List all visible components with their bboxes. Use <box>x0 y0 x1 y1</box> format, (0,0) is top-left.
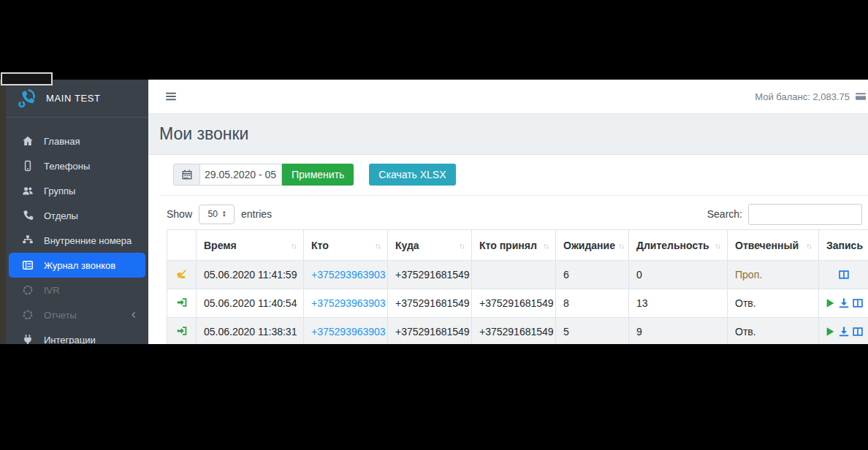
download-icon[interactable] <box>838 326 850 338</box>
record-actions-cell <box>819 261 868 289</box>
chevron-left-icon <box>129 310 138 319</box>
column-header-label: Отвеченный <box>735 240 799 251</box>
plug-icon <box>21 334 34 344</box>
sidebar-item-1[interactable]: Телефоны <box>6 153 148 178</box>
credit-card-icon <box>855 91 867 102</box>
record-actions-cell <box>819 289 868 318</box>
entries-label: entries <box>241 208 272 220</box>
answered-by: +375291681549 <box>472 289 556 318</box>
call-time: 05.06.2020 11:41:59 <box>197 261 304 289</box>
phone-icon <box>21 210 34 221</box>
call-status: Проп. <box>728 261 819 289</box>
sort-icon: ↑↓ <box>615 241 623 250</box>
call-row-0: 05.06.2020 11:41:59+375293963903+3752916… <box>167 261 868 289</box>
column-header-label: Длительность <box>636 240 709 251</box>
columns-icon[interactable] <box>852 326 864 338</box>
column-header-5[interactable]: Ожидание↑↓ <box>556 230 629 261</box>
column-header-0 <box>167 230 197 261</box>
apply-button[interactable]: Применить <box>282 164 354 186</box>
calendar-icon[interactable] <box>173 164 200 186</box>
sidebar-item-6[interactable]: IVR <box>6 278 148 302</box>
sidebar-item-2[interactable]: Группы <box>6 178 148 203</box>
call-row-1: 05.06.2020 11:40:54+375293963903+3752916… <box>167 289 868 318</box>
sidebar-item-label: Главная <box>44 136 80 147</box>
caller-number-link[interactable]: +375293963903 <box>311 297 386 309</box>
desktop-edge <box>0 80 6 344</box>
sitemap-icon <box>21 234 34 246</box>
call-status: Отв. <box>728 289 819 318</box>
date-range-group: Применить <box>173 164 354 186</box>
sidebar-item-label: IVR <box>44 285 60 296</box>
content-card: Применить Скачать XLSX Show 50 ▴▾ entrie… <box>148 154 868 344</box>
column-header-8: Запись <box>819 230 868 261</box>
sidebar-item-0[interactable]: Главная <box>6 129 148 153</box>
column-header-7[interactable]: Отвеченный↑↓ <box>728 230 819 261</box>
call-status: Отв. <box>728 318 819 345</box>
search-label: Search: <box>707 208 742 220</box>
sidebar: MAIN TEST ГлавнаяТелефоныГруппыОтделыВну… <box>6 80 148 344</box>
sidebar-item-label: Группы <box>44 186 75 197</box>
sidebar-item-label: Отделы <box>44 210 78 221</box>
browser-tab-artifact <box>1 72 53 85</box>
answered-by: +375291681549 <box>472 318 556 345</box>
wait-seconds: 8 <box>556 289 629 318</box>
calls-table: Время↑↓Кто↑↓Куда↑↓Кто принял↑↓Ожидание↑↓… <box>167 229 868 344</box>
call-time: 05.06.2020 11:38:31 <box>197 318 304 345</box>
column-header-label: Куда <box>395 240 419 251</box>
column-header-1[interactable]: Время↑↓ <box>197 230 304 261</box>
duration-seconds: 0 <box>629 261 728 289</box>
column-header-label: Ожидание <box>563 240 615 251</box>
filter-row: Применить Скачать XLSX <box>173 164 868 186</box>
phone-logo-icon <box>15 88 37 110</box>
sidebar-item-5[interactable]: Журнал звонков <box>9 253 145 278</box>
list-icon <box>21 259 34 271</box>
mobile-icon <box>21 160 34 172</box>
phone-slash-icon <box>176 268 188 280</box>
play-icon[interactable] <box>824 297 836 309</box>
caller-cell: +375293963903 <box>304 318 388 345</box>
play-icon[interactable] <box>824 326 836 338</box>
sidebar-item-3[interactable]: Отделы <box>6 203 148 228</box>
caller-number-link[interactable]: +375293963903 <box>311 326 386 338</box>
download-icon[interactable] <box>838 297 850 309</box>
sidebar-item-label: Интеграции <box>44 335 96 345</box>
sidebar-item-label: Отчеты <box>44 310 77 321</box>
caller-number-link[interactable]: +375293963903 <box>311 269 386 281</box>
duration-seconds: 9 <box>629 318 728 345</box>
column-header-6[interactable]: Длительность↑↓ <box>629 230 728 261</box>
sidebar-item-label: Телефоны <box>44 161 90 172</box>
page-size-select[interactable]: 50 ▴▾ <box>199 205 235 224</box>
table-header-row: Время↑↓Кто↑↓Куда↑↓Кто принял↑↓Ожидание↑↓… <box>167 230 868 261</box>
sort-icon: ↑↓ <box>288 241 296 250</box>
columns-icon[interactable] <box>852 297 864 309</box>
page-size-value: 50 <box>208 209 218 219</box>
call-direction-cell <box>167 261 197 289</box>
record-actions-cell <box>819 318 868 345</box>
sidebar-item-label: Журнал звонков <box>44 260 115 271</box>
table-body: 05.06.2020 11:41:59+375293963903+3752916… <box>167 261 868 345</box>
sign-in-icon <box>176 297 188 308</box>
sign-in-icon <box>176 325 188 337</box>
columns-icon[interactable] <box>838 269 850 281</box>
date-range-input[interactable] <box>200 164 282 186</box>
brand-name: MAIN TEST <box>46 93 101 104</box>
column-header-label: Запись <box>826 240 863 251</box>
answered-by <box>472 261 556 289</box>
sidebar-nav: ГлавнаяТелефоныГруппыОтделыВнутренние но… <box>6 118 148 344</box>
menu-toggle-button[interactable] <box>164 90 178 103</box>
column-header-4[interactable]: Кто принял↑↓ <box>472 230 556 261</box>
sort-icon: ↑↓ <box>456 241 464 250</box>
column-header-3[interactable]: Куда↑↓ <box>388 230 472 261</box>
call-direction-cell <box>167 318 197 345</box>
viewport: MAIN TEST ГлавнаяТелефоныГруппыОтделыВну… <box>0 0 868 450</box>
divider <box>159 195 868 196</box>
call-time: 05.06.2020 11:40:54 <box>197 289 304 318</box>
sidebar-item-4[interactable]: Внутренние номера <box>6 228 148 253</box>
sidebar-item-7[interactable]: Отчеты <box>6 302 148 327</box>
sidebar-item-8[interactable]: Интеграции <box>6 327 148 344</box>
download-xlsx-button[interactable]: Скачать XLSX <box>369 164 455 186</box>
main-area: Мой баланс: 2,083.75 Мои звонки Применит… <box>148 80 868 344</box>
column-header-2[interactable]: Кто↑↓ <box>304 230 388 261</box>
callee-number: +375291681549 <box>388 318 472 345</box>
search-input[interactable] <box>748 204 862 225</box>
